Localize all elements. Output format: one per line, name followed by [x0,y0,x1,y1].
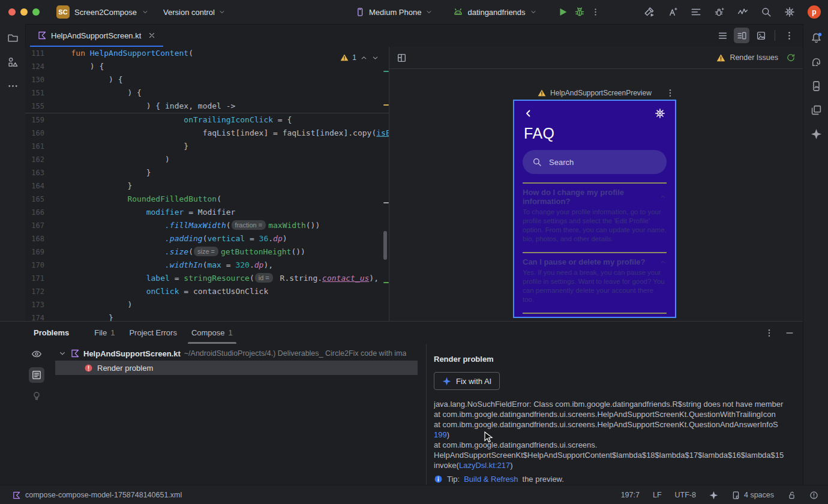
line-number[interactable]: 171 [25,272,44,285]
code-line[interactable]: 161 } [25,140,389,153]
line-number[interactable]: 167 [25,219,44,232]
more-h-tool-button[interactable] [5,78,20,94]
inspections-widget[interactable]: 1 [338,50,382,65]
render-issues-widget[interactable]: Render Issues [716,47,796,68]
build-icon[interactable] [644,7,655,17]
line-number[interactable]: 173 [25,298,44,311]
preview-layout-icon[interactable] [397,53,407,63]
line-number[interactable]: 165 [25,193,44,206]
run-button[interactable] [557,7,568,17]
stack-link[interactable]: LazyDsl.kt:217 [459,461,510,470]
problems-tab-file[interactable]: File1 [87,322,122,344]
close-window-button[interactable] [8,8,16,16]
prev-problem-icon[interactable] [360,54,368,62]
status-file-widget[interactable]: compose-compose-model-1758748140651.xml [0,491,182,500]
line-number[interactable]: 169 [25,245,44,259]
line-number[interactable]: 160 [25,127,44,140]
code-line[interactable]: 162 ) [25,153,389,166]
code-line[interactable]: 130 ) { [25,73,389,86]
highlight-level-icon[interactable] [809,491,818,500]
run-config-selector[interactable]: datingandfriends [453,7,536,17]
code-line[interactable]: 170 .widthIn(max = 320.dp), [25,259,389,272]
project-widget[interactable]: SC Screen2Compose [56,0,149,24]
folder-tool-button[interactable] [5,30,20,46]
code-line[interactable]: 124 ) { [25,60,389,73]
code-line[interactable]: 172 onClick = contactUsOnClick [25,285,389,298]
sparkle-tool-button[interactable] [808,126,824,142]
code-editor[interactable]: 111 fun HelpAndSupportContent(124 ) {130… [25,47,389,321]
device-image-tool-button[interactable] [808,78,824,94]
ai-assist-icon[interactable] [667,7,678,17]
todo-list-icon[interactable] [691,7,701,17]
code-line[interactable]: 155 ) { index, model -> [25,100,389,113]
editor-scrollbar[interactable] [383,231,387,260]
code-line[interactable]: 159 onTrailingIconClick = { [25,113,389,127]
code-line[interactable]: 165 RoundedFilledButton( [25,193,389,206]
more-run-options-icon[interactable] [591,7,600,17]
code-view-button[interactable] [715,28,730,43]
code-line[interactable]: 174 } [25,311,389,321]
hide-tool-window-icon[interactable] [785,328,794,338]
editor-options-button[interactable] [781,28,797,43]
line-number[interactable]: 163 [25,166,44,179]
line-number[interactable]: 166 [25,206,44,219]
profiler-icon[interactable] [737,7,748,17]
code-line[interactable]: 171 label = stringResource(id = R.string… [25,272,389,285]
maximize-window-button[interactable] [32,8,40,16]
problem-file-row[interactable]: HelpAndSupportScreen.kt ~/AndroidStudioP… [48,346,426,361]
preview-options-icon[interactable] [665,88,675,98]
line-number[interactable]: 164 [25,179,44,193]
code-line[interactable]: 166 modifier = Modifier [25,206,389,219]
line-number[interactable]: 130 [25,73,44,86]
line-number[interactable]: 170 [25,259,44,272]
ai-sparkle-icon[interactable] [709,491,718,500]
editor-tab[interactable]: HelpAndSupportScreen.kt [30,24,163,47]
shapes-tool-button[interactable] [5,54,20,70]
status-197-7[interactable]: 197:7 [621,491,640,499]
line-number[interactable]: 161 [25,140,44,153]
code-line[interactable]: 111 fun HelpAndSupportContent( [25,47,389,60]
code-line[interactable]: 168 .padding(vertical = 36.dp) [25,232,389,245]
line-number[interactable]: 172 [25,285,44,298]
preview-card-header[interactable]: HelpAndSupportScreenPreview [513,86,676,100]
code-line[interactable]: 173 ) [25,298,389,311]
split-view-button[interactable] [734,28,749,43]
search-icon[interactable] [761,7,772,17]
problem-row-selected[interactable]: Render problem [55,361,418,375]
design-view-button[interactable] [753,28,769,43]
next-problem-icon[interactable] [371,54,379,62]
show-details-button[interactable] [29,367,44,383]
code-line[interactable]: 167 .fillMaxWidth(fraction =maxWidth()) [25,219,389,232]
status-utf-8[interactable]: UTF-8 [675,491,696,499]
layers-tool-button[interactable] [808,102,824,118]
vcs-widget[interactable]: Version control [163,0,226,24]
refresh-preview-icon[interactable] [786,53,796,62]
problems-tab-compose[interactable]: Compose1 [184,322,240,344]
line-number[interactable]: 159 [25,113,44,127]
ai-bug-icon[interactable] [714,7,725,17]
code-line[interactable]: 164 } [25,179,389,193]
device-selector[interactable]: Medium Phone [355,7,433,17]
build-refresh-link[interactable]: Build & Refresh [464,475,518,484]
code-line[interactable]: 163 } [25,166,389,179]
line-number[interactable]: 111 [25,47,44,60]
view-options-button[interactable] [29,346,44,362]
code-line[interactable]: 160 faqList[index] = faqList[index].copy… [25,127,389,140]
compose-preview-canvas[interactable]: FAQ Search How do I change my profile in… [513,100,676,318]
quick-fix-button[interactable] [29,388,44,404]
status-lf[interactable]: LF [653,491,662,499]
close-tab-icon[interactable] [148,31,156,40]
line-number[interactable]: 174 [25,311,44,321]
line-number[interactable]: 162 [25,153,44,166]
debug-button[interactable] [574,7,585,17]
line-number[interactable]: 124 [25,60,44,73]
settings-icon[interactable] [784,7,795,17]
line-number[interactable]: 168 [25,232,44,245]
stack-link[interactable]: 199 [434,430,447,439]
tool-window-options-icon[interactable] [764,328,774,338]
chevron-down-icon[interactable] [58,349,67,358]
lock-open-icon[interactable] [787,491,796,500]
minimize-window-button[interactable] [20,8,28,16]
problems-tab-project-errors[interactable]: Project Errors [122,322,184,344]
fix-with-ai-button[interactable]: Fix with AI [434,372,500,390]
